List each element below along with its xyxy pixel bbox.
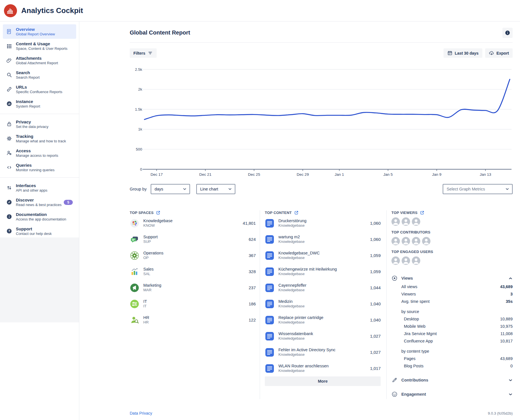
chart-controls: Group by days Line chart Select Graph Me… — [130, 184, 513, 194]
avatar[interactable] — [412, 256, 420, 265]
grid-icon — [5, 43, 13, 50]
avatar[interactable] — [402, 237, 410, 245]
filters-button[interactable]: Filters — [130, 48, 157, 58]
content-row[interactable]: MedizinKnowledgebase1,040 — [265, 296, 381, 312]
sidebar-divider — [0, 114, 79, 114]
space-name: Operations — [143, 250, 163, 256]
sidebar-filler — [0, 237, 79, 322]
svg-text:2k: 2k — [138, 87, 142, 91]
space-row[interactable]: SupportSUP624 — [130, 231, 256, 247]
graph-metrics-select[interactable]: Select Graph Metrics — [443, 184, 513, 194]
content-row[interactable]: Replace printer cartridgeKnowledgebase1,… — [265, 312, 381, 328]
people-section-title: TOP VIEWERS — [391, 211, 417, 215]
avatar[interactable] — [402, 256, 410, 265]
sidebar-item-privacy[interactable]: PrivacySet the data privacy — [3, 117, 76, 131]
metric-subheader: by source — [391, 308, 513, 315]
external-link-icon[interactable] — [156, 211, 160, 215]
sidebar-item-interfaces[interactable]: InterfacesAPI and other apps — [3, 181, 76, 195]
metric-row: Jira Service Mgmt11,008 — [391, 330, 513, 337]
content-views-value: 1,017 — [367, 366, 381, 371]
svg-text:Dec 17: Dec 17 — [151, 172, 163, 176]
contributions-section-header[interactable]: Contributions — [391, 375, 513, 385]
svg-text:Jan 9: Jan 9 — [432, 172, 441, 176]
instance-icon — [5, 100, 13, 107]
access-icon — [5, 150, 13, 157]
sidebar-item-tracking[interactable]: TrackingManage what and how to track — [3, 131, 76, 146]
space-row[interactable]: HRHR122 — [130, 312, 256, 328]
space-hr-icon — [130, 315, 139, 325]
sidebar-item-instance[interactable]: InstanceSystem Report — [3, 97, 76, 111]
export-button[interactable]: Export — [485, 48, 513, 58]
people-section-title: TOP ENGAGED USERS — [391, 250, 433, 254]
sidebar-item-overview[interactable]: OverviewGlobal Report Overview — [3, 24, 76, 39]
avatar[interactable] — [391, 256, 400, 265]
avatar[interactable] — [422, 237, 431, 245]
group-by-label: Group by — [130, 187, 147, 191]
engagement-section-header[interactable]: Engagement — [391, 389, 513, 399]
sidebar-item-search[interactable]: SearchSearch Report — [3, 68, 76, 82]
sidebar-item-label: Interfaces — [16, 183, 47, 188]
sidebar-item-label: Support — [16, 226, 52, 232]
external-link-icon[interactable] — [294, 211, 299, 215]
lock-icon — [5, 121, 13, 128]
top-viewers-panel: TOP VIEWERSTOP CONTRIBUTORSTOP ENGAGED U… — [387, 210, 513, 399]
sidebar-item-sublabel: Specific Confluence Reports — [16, 90, 62, 95]
avatar[interactable] — [402, 217, 410, 226]
page-icon — [265, 315, 274, 325]
space-row[interactable]: ITIT186 — [130, 296, 256, 312]
metric-row: Blog Posts0 — [391, 362, 513, 370]
sidebar-item-content-usage[interactable]: Content & UsageSpace, Content & User Rep… — [3, 39, 76, 53]
content-row[interactable]: CayennepfefferKnowledgebase1,044 — [265, 280, 381, 296]
info-button[interactable] — [502, 28, 513, 38]
space-views-value: 367 — [246, 253, 256, 258]
sidebar-item-discover[interactable]: DiscoverRead news & best practices5 — [3, 195, 76, 209]
top-content-list: DruckerstörungKnowledgebase1,060wartung … — [265, 215, 381, 376]
sidebar-item-support[interactable]: ?SupportContact our help desk — [3, 224, 76, 238]
page-icon — [265, 331, 274, 341]
sidebar-item-queries[interactable]: QueriesMonitor running queries — [3, 160, 76, 175]
chart-type-select[interactable]: Line chart — [196, 184, 235, 194]
space-row[interactable]: MarketingMAR237 — [130, 280, 256, 296]
sidebar-item-documentation[interactable]: DocumentationAccess the app documentatio… — [3, 209, 76, 224]
avatar[interactable] — [391, 217, 400, 226]
page-icon — [265, 218, 274, 228]
space-views-value: 328 — [246, 269, 256, 274]
content-space: Knowledgebase — [278, 256, 320, 260]
top-people: TOP VIEWERSTOP CONTRIBUTORSTOP ENGAGED U… — [391, 210, 513, 265]
views-section-header[interactable]: Views — [391, 273, 513, 283]
avatar[interactable] — [412, 237, 420, 245]
content-views-value: 1,040 — [367, 318, 381, 322]
sidebar-item-urls[interactable]: URLsSpecific Confluence Reports — [3, 82, 76, 97]
sidebar-item-attachments[interactable]: AttachmentsGlobal Attachment Report — [3, 53, 76, 68]
content-row[interactable]: WissensdatenbankKnowledgebase1,027 — [265, 328, 381, 344]
sidebar-item-label: URLs — [16, 84, 62, 90]
content-row[interactable]: WLAN Router anschliessenKnowledgebase1,0… — [265, 360, 381, 376]
content-space: Knowledgebase — [278, 223, 306, 228]
space-row[interactable]: KnowledgebaseKNOW41,801 — [130, 215, 256, 231]
avatar[interactable] — [412, 217, 420, 226]
date-range-button[interactable]: Last 30 days — [444, 48, 482, 58]
chevron-up-icon — [508, 276, 513, 280]
space-row[interactable]: OperationsOP367 — [130, 247, 256, 263]
space-sales-icon — [130, 267, 139, 277]
more-button[interactable]: More — [265, 376, 381, 386]
space-knowledgebase-icon — [130, 218, 139, 228]
space-row[interactable]: SalesSAL328 — [130, 263, 256, 280]
sidebar-item-access[interactable]: AccessManage access to reports — [3, 146, 76, 160]
top-content-header: TOP CONTENT — [265, 210, 381, 215]
sidebar-item-label: Privacy — [16, 119, 48, 125]
content-row[interactable]: Fehler im Active Directory SyncKnowledge… — [265, 344, 381, 360]
content-row[interactable]: Knowledgebase_DWCKnowledgebase1,059 — [265, 247, 381, 263]
date-range-label: Last 30 days — [455, 51, 479, 55]
external-link-icon[interactable] — [420, 211, 424, 215]
content-row[interactable]: wartung m2Knowledgebase1,060 — [265, 231, 381, 247]
data-privacy-link[interactable]: Data Privacy — [130, 411, 152, 415]
content-row[interactable]: DruckerstörungKnowledgebase1,060 — [265, 215, 381, 231]
avatar[interactable] — [391, 237, 400, 245]
sidebar-item-sublabel: System Report — [16, 104, 40, 109]
group-by-select[interactable]: days — [151, 184, 190, 194]
content-row[interactable]: Küchengewürze mit HeilwirkungKnowledgeba… — [265, 263, 381, 280]
metric-subheader: by content type — [391, 348, 513, 355]
content-space: Knowledgebase — [278, 304, 305, 309]
metric-label: Confluence App — [404, 339, 433, 343]
